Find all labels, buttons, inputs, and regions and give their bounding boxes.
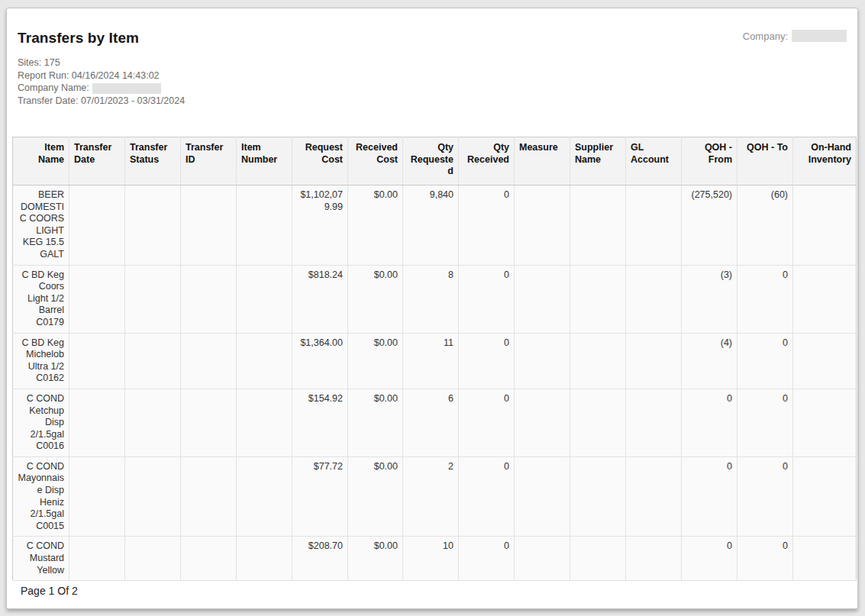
cell-supplier-name <box>570 185 626 266</box>
cell-qoh-to: (60) <box>738 185 793 266</box>
cell-qoh-from: (4) <box>682 333 738 389</box>
cell-qty-received: 0 <box>459 265 515 333</box>
col-header-transfer-status: Transfer Status <box>125 137 181 185</box>
page-indicator: Page 1 Of 2 <box>12 585 852 597</box>
cell-qty-received: 0 <box>459 185 515 266</box>
cell-transfer-status <box>125 185 181 266</box>
table-row: BEER DOMESTIC COORS LIGHT KEG 15.5 GALT … <box>13 185 857 266</box>
col-header-transfer-date: Transfer Date <box>69 137 125 185</box>
table-row: C COND Mustard Yellow $208.70 $0.00 10 0… <box>13 537 857 581</box>
cell-transfer-id <box>181 389 237 456</box>
col-header-gl-account: GL Account <box>626 137 682 185</box>
cell-on-hand-inventory <box>793 333 857 389</box>
cell-qty-requested: 11 <box>403 333 459 389</box>
cell-supplier-name <box>570 456 626 537</box>
company-line: Company: <box>743 30 847 42</box>
cell-gl-account <box>626 456 682 537</box>
col-header-transfer-id: Transfer ID <box>181 137 237 185</box>
cell-on-hand-inventory <box>793 185 857 266</box>
company-label: Company: <box>743 31 788 42</box>
cell-transfer-id <box>181 333 237 389</box>
cell-qoh-to: 0 <box>738 265 793 333</box>
cell-transfer-date <box>69 333 125 389</box>
cell-transfer-id <box>181 265 237 333</box>
cell-item-number <box>237 537 292 581</box>
cell-transfer-status <box>125 265 181 333</box>
meta-company-name: Company Name: <box>18 82 852 95</box>
cell-qty-received: 0 <box>459 456 515 537</box>
cell-on-hand-inventory <box>793 456 857 537</box>
cell-transfer-status <box>125 333 181 389</box>
cell-qty-requested: 2 <box>403 456 459 537</box>
cell-transfer-id <box>181 537 237 581</box>
cell-transfer-date <box>69 185 125 266</box>
cell-request-cost: $1,102,079.99 <box>292 185 348 266</box>
cell-received-cost: $0.00 <box>348 456 403 537</box>
cell-received-cost: $0.00 <box>348 185 403 266</box>
cell-request-cost: $154.92 <box>292 389 348 456</box>
cell-item-name: C COND Ketchup Disp 2/1.5gal C0016 <box>13 389 69 456</box>
meta-report-run: Report Run: 04/16/2024 14:43:02 <box>18 69 852 82</box>
cell-qoh-from: (3) <box>682 265 738 333</box>
cell-item-number <box>237 456 292 537</box>
cell-qty-requested: 6 <box>403 389 459 456</box>
col-header-measure: Measure <box>515 137 570 185</box>
cell-supplier-name <box>570 389 626 456</box>
table-row: C COND Mayonnaise Disp Heniz 2/1.5gal C0… <box>13 456 857 537</box>
cell-transfer-id <box>181 185 237 266</box>
col-header-received-cost: Received Cost <box>348 137 403 185</box>
cell-qoh-to: 0 <box>738 333 793 389</box>
report-card: Company: Transfers by Item Sites: 175 Re… <box>6 8 858 609</box>
cell-request-cost: $208.70 <box>292 537 348 581</box>
table-row: C BD Keg Michelob Ultra 1/2 C0162 $1,364… <box>13 333 857 389</box>
cell-qoh-from: 0 <box>682 389 738 456</box>
cell-supplier-name <box>570 265 626 333</box>
cell-item-name: C COND Mayonnaise Disp Heniz 2/1.5gal C0… <box>13 456 69 537</box>
cell-gl-account <box>626 537 682 581</box>
cell-request-cost: $1,364.00 <box>292 333 348 389</box>
cell-on-hand-inventory <box>793 265 857 333</box>
report-meta: Sites: 175 Report Run: 04/16/2024 14:43:… <box>12 56 852 107</box>
cell-gl-account <box>626 185 682 266</box>
cell-request-cost: $818.24 <box>292 265 348 333</box>
cell-transfer-id <box>181 456 237 537</box>
table-row: C COND Ketchup Disp 2/1.5gal C0016 $154.… <box>13 389 857 456</box>
cell-qoh-to: 0 <box>738 456 793 537</box>
col-header-item-name: Item Name <box>13 137 69 185</box>
cell-item-name: BEER DOMESTIC COORS LIGHT KEG 15.5 GALT <box>13 185 69 266</box>
cell-qoh-from: 0 <box>682 537 738 581</box>
cell-request-cost: $77.72 <box>292 456 348 537</box>
cell-transfer-date <box>69 265 125 333</box>
meta-company-name-label: Company Name: <box>18 82 89 93</box>
cell-qty-requested: 10 <box>403 537 459 581</box>
cell-transfer-date <box>69 537 125 581</box>
cell-item-number <box>237 389 292 456</box>
cell-item-name: C COND Mustard Yellow <box>13 537 69 581</box>
meta-sites: Sites: 175 <box>18 56 852 69</box>
col-header-qty-received: Qty Received <box>459 137 515 185</box>
col-header-request-cost: Request Cost <box>292 137 348 185</box>
cell-gl-account <box>626 265 682 333</box>
cell-received-cost: $0.00 <box>348 389 403 456</box>
cell-supplier-name <box>570 537 626 581</box>
company-value-redacted <box>792 30 847 42</box>
cell-qoh-from: 0 <box>682 456 738 537</box>
cell-measure <box>515 185 570 266</box>
cell-qty-received: 0 <box>459 333 515 389</box>
col-header-qoh-to: QOH - To <box>738 137 793 185</box>
cell-qty-requested: 8 <box>403 265 459 333</box>
cell-item-name: C BD Keg Michelob Ultra 1/2 C0162 <box>13 333 69 389</box>
cell-item-number <box>237 265 292 333</box>
cell-transfer-status <box>125 537 181 581</box>
table-row: C BD Keg Coors Light 1/2 Barrel C0179 $8… <box>13 265 857 333</box>
cell-on-hand-inventory <box>793 389 857 456</box>
meta-transfer-date: Transfer Date: 07/01/2023 - 03/31/2024 <box>18 95 852 108</box>
cell-qoh-to: 0 <box>738 537 793 581</box>
cell-received-cost: $0.00 <box>348 333 403 389</box>
cell-gl-account <box>626 389 682 456</box>
cell-qoh-to: 0 <box>738 389 793 456</box>
cell-transfer-date <box>69 389 125 456</box>
cell-item-name: C BD Keg Coors Light 1/2 Barrel C0179 <box>13 265 69 333</box>
cell-on-hand-inventory <box>793 537 857 581</box>
cell-measure <box>515 389 570 456</box>
